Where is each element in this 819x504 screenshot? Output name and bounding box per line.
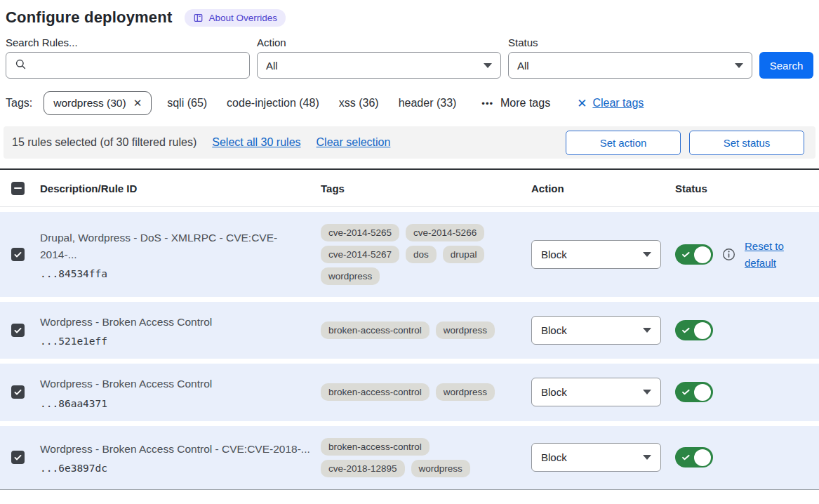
row-checkbox-checked[interactable] xyxy=(11,248,25,261)
chevron-down-icon xyxy=(643,390,651,394)
search-rules-label: Search Rules... xyxy=(6,37,250,48)
rule-tag: cve-2014-5267 xyxy=(321,246,399,263)
rule-action-cell: Block xyxy=(522,378,666,406)
chevron-down-icon xyxy=(643,455,651,460)
tag-header[interactable]: header (33) xyxy=(399,97,457,110)
rule-tags-cell: cve-2014-5265 cve-2014-5266 cve-2014-526… xyxy=(312,224,522,285)
rule-tags-cell: broken-access-control wordpress xyxy=(312,383,522,401)
rule-tag: wordpress xyxy=(436,321,495,339)
toggle-knob xyxy=(694,384,711,401)
clear-tags-icon: ✕ xyxy=(577,96,587,111)
remove-tag-icon[interactable]: ✕ xyxy=(133,97,142,110)
rule-action-cell: Block xyxy=(522,240,666,269)
page-title: Configure deployment xyxy=(6,8,172,27)
rule-action-value: Block xyxy=(541,386,567,398)
rule-status-cell xyxy=(666,382,819,402)
rule-action-value: Block xyxy=(541,451,567,463)
titlebar: Configure deployment About Overrides xyxy=(6,8,813,27)
selected-tag-label: wordpress (30) xyxy=(53,97,126,110)
status-filter-label: Status xyxy=(508,37,752,48)
action-filter-label: Action xyxy=(257,37,501,48)
ellipsis-icon: ••• xyxy=(481,98,493,109)
tag-xss[interactable]: xss (36) xyxy=(339,97,379,110)
status-toggle-on[interactable] xyxy=(675,244,713,265)
status-filter-field: Status All xyxy=(508,37,752,79)
set-action-button[interactable]: Set action xyxy=(566,131,681,155)
tags-label: Tags: xyxy=(6,97,32,110)
rule-action-select[interactable]: Block xyxy=(531,240,661,269)
column-header-status: Status xyxy=(666,183,819,194)
rules-table: Description/Rule ID Tags Action Status D… xyxy=(0,168,819,490)
rule-tag: broken-access-control xyxy=(321,321,430,339)
rule-action-cell: Block xyxy=(522,316,666,345)
rule-description-cell: Wordpress - Broken Access Control ...521… xyxy=(31,314,312,347)
rule-action-select[interactable]: Block xyxy=(531,316,661,345)
row-checkbox-checked[interactable] xyxy=(11,324,25,337)
rule-tag: broken-access-control xyxy=(321,383,430,401)
rule-description-cell: Wordpress - Broken Access Control - CVE:… xyxy=(31,441,312,474)
status-toggle-on[interactable] xyxy=(675,447,713,467)
search-rules-field: Search Rules... xyxy=(6,37,250,79)
configure-deployment-page: Configure deployment About Overrides Sea… xyxy=(0,0,819,490)
toggle-knob xyxy=(694,322,711,339)
tags-bar: Tags: wordpress (30) ✕ sqli (65) code-in… xyxy=(6,91,813,115)
row-checkbox-cell xyxy=(0,324,31,337)
rule-id: ...6e3897dc xyxy=(40,463,312,474)
rule-tags-cell: broken-access-control wordpress xyxy=(312,321,522,339)
status-toggle-on[interactable] xyxy=(675,320,713,340)
rule-tag: wordpress xyxy=(411,460,470,477)
about-overrides-badge[interactable]: About Overrides xyxy=(185,9,286,27)
row-checkbox-cell xyxy=(0,385,31,399)
select-all-checkbox-indeterminate[interactable] xyxy=(11,182,25,195)
table-row: Wordpress - Broken Access Control ...521… xyxy=(0,302,819,359)
search-button[interactable]: Search xyxy=(759,52,813,79)
rule-tag: cve-2018-12895 xyxy=(321,460,405,477)
search-input-wrap xyxy=(6,52,250,79)
reset-to-default-link[interactable]: Reset to default xyxy=(745,238,790,272)
action-filter-select[interactable]: All xyxy=(257,52,501,79)
rule-status-cell xyxy=(666,447,819,467)
more-tags-button[interactable]: ••• More tags xyxy=(481,97,550,110)
chevron-down-icon xyxy=(484,63,492,68)
row-checkbox-cell xyxy=(0,248,31,261)
rule-description-cell: Drupal, Wordpress - DoS - XMLRPC - CVE:C… xyxy=(31,230,312,279)
table-row: Wordpress - Broken Access Control - CVE:… xyxy=(0,426,819,490)
rule-description-cell: Wordpress - Broken Access Control ...86a… xyxy=(31,376,312,409)
rule-action-select[interactable]: Block xyxy=(531,378,661,406)
rule-tag: cve-2014-5265 xyxy=(321,224,399,241)
clear-tags-link[interactable]: ✕ Clear tags xyxy=(577,96,644,111)
rule-action-select[interactable]: Block xyxy=(531,443,661,472)
column-header-description: Description/Rule ID xyxy=(31,183,312,194)
rule-description: Drupal, Wordpress - DoS - XMLRPC - CVE:C… xyxy=(40,230,312,263)
column-header-action: Action xyxy=(522,183,666,194)
clear-selection-link[interactable]: Clear selection xyxy=(317,136,391,149)
select-all-link[interactable]: Select all 30 rules xyxy=(212,136,300,149)
about-overrides-label: About Overrides xyxy=(208,13,277,23)
tag-sqli[interactable]: sqli (65) xyxy=(167,97,207,110)
chevron-down-icon xyxy=(643,252,651,257)
status-toggle-on[interactable] xyxy=(675,382,713,402)
row-checkbox-checked[interactable] xyxy=(11,451,25,464)
row-checkbox-checked[interactable] xyxy=(11,385,25,399)
rule-id: ...86aa4371 xyxy=(40,398,312,409)
rule-description: Wordpress - Broken Access Control xyxy=(40,376,312,392)
rule-tag: broken-access-control xyxy=(321,438,430,456)
tag-code-injection[interactable]: code-injection (48) xyxy=(227,97,319,110)
chevron-down-icon xyxy=(735,63,743,68)
rule-action-value: Block xyxy=(541,248,567,260)
selected-tag-wordpress[interactable]: wordpress (30) ✕ xyxy=(44,91,152,115)
selection-summary: 15 rules selected (of 30 filtered rules) xyxy=(12,136,197,149)
status-filter-select[interactable]: All xyxy=(508,52,752,79)
action-filter-field: Action All xyxy=(257,37,501,79)
status-filter-value: All xyxy=(517,60,529,72)
set-status-button[interactable]: Set status xyxy=(689,131,804,155)
rule-tag: drupal xyxy=(443,246,485,263)
rule-tags-cell: broken-access-control cve-2018-12895 wor… xyxy=(312,438,522,477)
selection-bar: 15 rules selected (of 30 filtered rules)… xyxy=(4,126,815,159)
search-input[interactable] xyxy=(32,55,241,76)
rule-tag: dos xyxy=(406,246,437,263)
table-row: Wordpress - Broken Access Control ...86a… xyxy=(0,364,819,420)
rule-action-value: Block xyxy=(541,324,567,336)
info-icon[interactable] xyxy=(722,248,735,261)
action-filter-value: All xyxy=(266,60,278,72)
